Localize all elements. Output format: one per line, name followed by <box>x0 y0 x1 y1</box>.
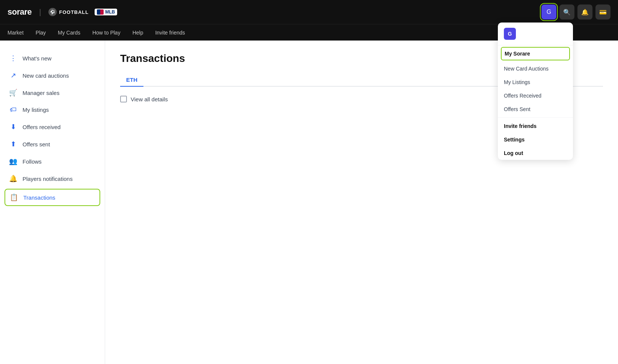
wallet-button[interactable]: 💳 <box>595 5 610 20</box>
football-badge[interactable]: ⚽ FOOTBALL <box>48 8 89 16</box>
tab-eth[interactable]: ETH <box>120 74 143 87</box>
logo[interactable]: sorare <box>8 7 32 17</box>
nav-right: G 🔍 🔔 💳 <box>541 5 610 20</box>
football-icon: ⚽ <box>48 8 57 16</box>
user-dropdown: G My Sorare New Card Auctions My Listing… <box>498 23 573 160</box>
logo-divider: | <box>39 8 41 17</box>
dropdown-avatar: G <box>504 28 516 40</box>
subnav-how-to-play[interactable]: How to Play <box>92 28 121 37</box>
view-all-label: View all details <box>131 96 168 102</box>
dropdown-invite-friends[interactable]: Invite friends <box>498 119 573 133</box>
upload-icon: ⬆ <box>9 140 17 148</box>
dropdown-header: G <box>498 23 573 45</box>
follows-icon: 👥 <box>9 157 17 165</box>
sidebar-item-follows[interactable]: 👥 Follows <box>0 153 105 170</box>
cart-icon: 🛒 <box>9 89 17 97</box>
auction-icon: ↗ <box>9 71 17 80</box>
nav-left: sorare | ⚽ FOOTBALL MLB <box>8 7 541 17</box>
bell-icon: 🔔 <box>581 9 589 16</box>
dropdown-settings[interactable]: Settings <box>498 133 573 146</box>
dropdown-new-card-auctions[interactable]: New Card Auctions <box>498 62 573 75</box>
sidebar-item-whats-new[interactable]: ⋮ What's new <box>0 50 105 67</box>
mlb-badge[interactable]: MLB <box>95 9 117 15</box>
search-icon: 🔍 <box>563 9 571 16</box>
subnav-help[interactable]: Help <box>133 28 143 37</box>
dropdown-my-sorare[interactable]: My Sorare <box>501 47 570 60</box>
dropdown-offers-sent[interactable]: Offers Sent <box>498 102 573 116</box>
sidebar-item-offers-sent[interactable]: ⬆ Offers sent <box>0 135 105 153</box>
subnav-my-cards[interactable]: My Cards <box>58 28 80 37</box>
mlb-logo-icon <box>97 9 104 15</box>
sidebar: ⋮ What's new ↗ New card auctions 🛒 Manag… <box>0 41 105 364</box>
wallet-icon: 💳 <box>599 9 607 16</box>
transactions-icon: 📋 <box>10 193 18 202</box>
dropdown-logout[interactable]: Log out <box>498 146 573 160</box>
tag-icon: 🏷 <box>9 106 17 114</box>
sidebar-item-transactions[interactable]: 📋 Transactions <box>5 189 100 206</box>
view-all-checkbox[interactable] <box>120 96 127 102</box>
download-icon: ⬇ <box>9 123 17 131</box>
dots-icon: ⋮ <box>9 54 17 62</box>
sidebar-item-players-notifications[interactable]: 🔔 Players notifications <box>0 170 105 187</box>
sidebar-item-new-card-auctions[interactable]: ↗ New card auctions <box>0 67 105 84</box>
subnav-invite-friends[interactable]: Invite friends <box>155 28 185 37</box>
subnav-market[interactable]: Market <box>8 28 24 37</box>
user-menu-button[interactable]: G <box>541 5 556 20</box>
subnav-play[interactable]: Play <box>36 28 46 37</box>
dropdown-divider <box>498 117 573 118</box>
sidebar-item-manager-sales[interactable]: 🛒 Manager sales <box>0 84 105 101</box>
notifications-button[interactable]: 🔔 <box>577 5 592 20</box>
top-nav: sorare | ⚽ FOOTBALL MLB G 🔍 🔔 💳 G My Sor… <box>0 0 618 24</box>
sidebar-item-offers-received[interactable]: ⬇ Offers received <box>0 118 105 135</box>
search-button[interactable]: 🔍 <box>559 5 574 20</box>
notification-icon: 🔔 <box>9 174 17 183</box>
dropdown-my-listings[interactable]: My Listings <box>498 75 573 89</box>
dropdown-offers-received[interactable]: Offers Received <box>498 89 573 102</box>
sidebar-item-my-listings[interactable]: 🏷 My listings <box>0 101 105 118</box>
